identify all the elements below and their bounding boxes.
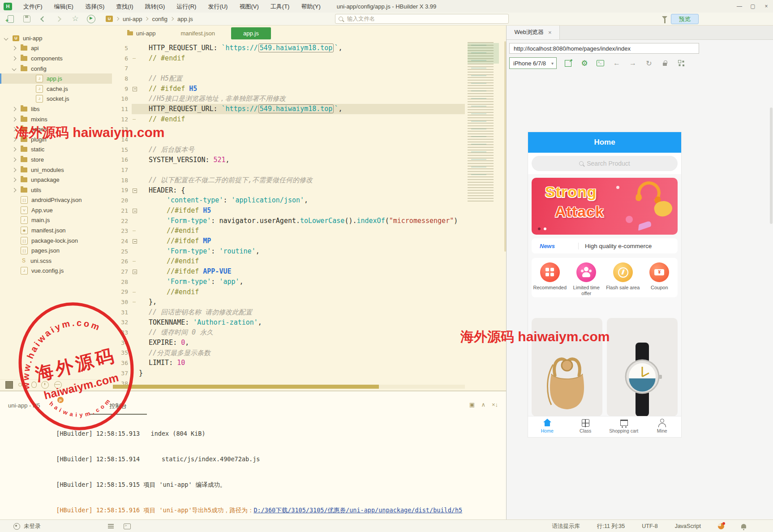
url-input[interactable] (510, 43, 699, 53)
menu-item[interactable]: 选择(S) (79, 0, 110, 13)
fold-marker[interactable] (132, 104, 138, 114)
tree-item[interactable]: store (0, 154, 112, 165)
resource-pie-icon[interactable] (718, 523, 724, 529)
debug-view-icon[interactable] (31, 382, 37, 388)
save-icon[interactable] (21, 14, 32, 24)
promo-banner[interactable]: Strong Attack (532, 178, 678, 235)
cursor-position[interactable]: 行:11 列:35 (597, 523, 625, 530)
fold-marker[interactable] (132, 145, 138, 155)
console-tab-console[interactable]: 控制台 (90, 402, 147, 415)
menu-item[interactable]: 运行(R) (171, 0, 202, 13)
fold-marker[interactable] (132, 175, 138, 185)
fold-marker[interactable] (132, 63, 138, 73)
tree-item[interactable]: J main.js (0, 215, 112, 226)
tab-app-js[interactable]: app.js (231, 27, 271, 39)
fold-marker[interactable] (132, 114, 138, 124)
tree-item[interactable]: unpackage (0, 175, 112, 185)
search-input[interactable]: Search Product (532, 156, 678, 171)
back-icon[interactable] (38, 14, 48, 24)
tree-item[interactable]: pages (0, 124, 112, 134)
outline-icon[interactable] (108, 524, 114, 525)
search-view-icon[interactable] (18, 382, 25, 388)
fold-marker[interactable] (132, 195, 138, 206)
fold-marker[interactable] (132, 53, 138, 64)
fold-marker[interactable] (132, 134, 138, 145)
browser-tab[interactable]: Web浏览器× (507, 25, 560, 39)
menu-item[interactable]: 编辑(E) (48, 0, 79, 13)
product-card-watch[interactable] (607, 318, 678, 416)
console-tab-project[interactable]: uni-app - H5 (8, 402, 40, 409)
news-bar[interactable]: News High quality e-commerce (532, 238, 678, 253)
clear-console-icon[interactable]: ×↓ (492, 401, 498, 408)
menu-item[interactable]: 帮助(Y) (295, 0, 326, 13)
devtools-console-icon[interactable] (596, 59, 605, 68)
preview-button[interactable]: 预览 (671, 14, 699, 24)
tab-uni-app[interactable]: uni-app (127, 30, 155, 37)
menu-item[interactable]: 查找(I) (110, 0, 139, 13)
tab-manifest-json[interactable]: manifest.json (180, 30, 215, 37)
breadcrumb-item[interactable]: app.js (167, 16, 193, 22)
close-tab-icon[interactable]: × (548, 29, 552, 36)
tab-bar-item[interactable]: Shopping cart (605, 416, 643, 437)
fold-marker[interactable] (132, 297, 138, 307)
tree-item[interactable]: config (0, 64, 112, 74)
qr-grid-icon[interactable] (677, 59, 686, 68)
refresh-icon[interactable]: ↻ (644, 59, 653, 68)
tree-item[interactable]: U uni-app (0, 33, 112, 43)
fold-marker[interactable] (132, 155, 138, 165)
fold-marker[interactable] (132, 358, 138, 368)
tab-bar-item[interactable]: Home (528, 416, 567, 437)
menu-item[interactable]: 发行(U) (202, 0, 233, 13)
tree-item[interactable]: ◉ manifest.json (0, 225, 112, 236)
url-bar[interactable] (509, 43, 699, 54)
tree-item[interactable]: plugin (0, 134, 112, 145)
fold-marker[interactable] (132, 317, 138, 328)
collapse-panel-icon[interactable]: ∧ (481, 401, 485, 408)
history-view-icon[interactable] (41, 381, 49, 389)
forward-icon[interactable] (54, 14, 64, 24)
tree-item[interactable]: [ ] androidPrivacy.json (0, 195, 112, 206)
browser-back-icon[interactable]: ← (612, 59, 621, 68)
device-selector[interactable]: iPhone 6/7/8▾ (509, 57, 557, 69)
open-external-icon[interactable] (564, 59, 573, 68)
carousel-dots[interactable] (538, 227, 546, 230)
tree-item[interactable]: J cache.js (0, 84, 112, 94)
menu-item[interactable]: 视图(V) (233, 0, 264, 13)
user-account-icon[interactable] (13, 523, 20, 530)
fold-marker[interactable] (132, 165, 138, 175)
fold-marker[interactable] (132, 307, 138, 317)
fold-marker[interactable] (132, 236, 138, 246)
tree-item[interactable]: mixins (0, 114, 112, 124)
editor-horizontal-scrollbar[interactable] (113, 385, 465, 389)
tree-item[interactable]: static (0, 145, 112, 155)
breadcrumb-item[interactable]: config (142, 16, 167, 22)
web-view-icon[interactable] (54, 381, 62, 389)
new-file-icon[interactable] (5, 14, 16, 24)
fold-marker[interactable] (132, 73, 138, 84)
fold-marker[interactable] (132, 327, 138, 338)
lock-icon[interactable] (661, 59, 670, 68)
terminal-icon[interactable] (124, 523, 131, 529)
browser-forward-icon[interactable]: → (628, 59, 637, 68)
files-view-icon[interactable] (5, 381, 13, 389)
language-mode[interactable]: JavaScript (675, 523, 701, 529)
fold-marker[interactable] (132, 338, 138, 348)
tree-item[interactable]: utils (0, 185, 112, 195)
tree-item[interactable]: components (0, 53, 112, 64)
file-search-input[interactable] (346, 15, 496, 22)
maximize-button[interactable]: ▢ (746, 0, 760, 13)
minimap[interactable] (465, 41, 504, 229)
file-search-box[interactable] (335, 14, 509, 24)
tree-item[interactable]: S uni.scss (0, 256, 112, 266)
tree-item[interactable]: J app.js (0, 73, 112, 84)
menu-item[interactable]: 文件(F) (17, 0, 48, 13)
tree-item[interactable]: J vue.config.js (0, 266, 112, 276)
bookmark-star-icon[interactable]: ☆ (70, 14, 81, 24)
tree-item[interactable]: [ ] package-lock.json (0, 236, 112, 246)
menu-item[interactable]: 跳转(G) (139, 0, 171, 13)
fold-marker[interactable] (132, 266, 138, 277)
login-status[interactable]: 未登录 (24, 523, 41, 530)
tree-item[interactable]: [ ] pages.json (0, 245, 112, 256)
tree-item[interactable]: api (0, 43, 112, 54)
syntax-hint-status[interactable]: 语法提示库 (552, 523, 580, 530)
